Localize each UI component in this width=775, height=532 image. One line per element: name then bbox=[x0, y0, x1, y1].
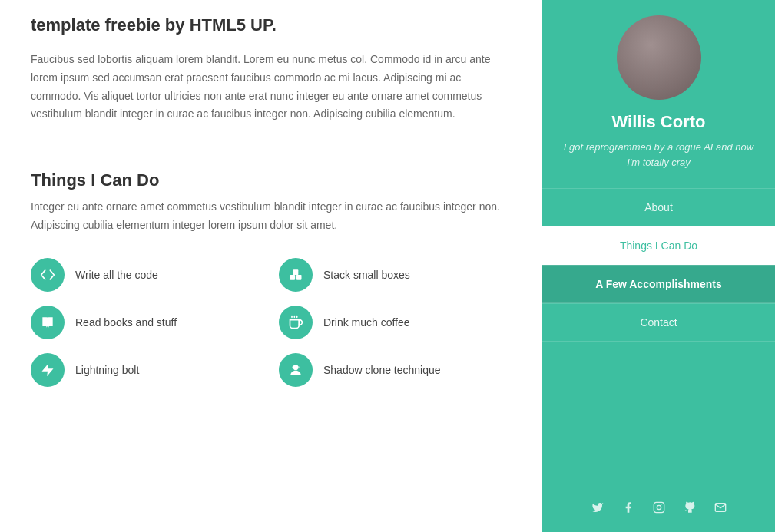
skill-item-coffee: Drink much coffee bbox=[279, 306, 512, 339]
svg-point-9 bbox=[661, 504, 662, 505]
svg-marker-3 bbox=[42, 363, 54, 376]
skill-item-code: Write all the code bbox=[31, 258, 263, 292]
avatar bbox=[617, 15, 701, 100]
sidebar-item-about[interactable]: About bbox=[542, 188, 775, 226]
svg-point-5 bbox=[292, 366, 294, 368]
skill-label-books: Read books and stuff bbox=[75, 316, 177, 329]
github-icon[interactable] bbox=[681, 498, 699, 517]
code-icon bbox=[31, 258, 65, 292]
skill-label-coffee: Drink much coffee bbox=[323, 316, 410, 329]
book-icon bbox=[31, 306, 65, 339]
instagram-icon[interactable] bbox=[650, 498, 668, 517]
sidebar-social bbox=[588, 498, 730, 517]
facebook-icon[interactable] bbox=[619, 498, 638, 517]
sidebar: Willis Corto I got reprogrammed by a rog… bbox=[542, 0, 775, 532]
bolt-icon bbox=[31, 353, 65, 387]
sidebar-tagline: I got reprogrammed by a rogue AI and now… bbox=[542, 140, 775, 170]
sidebar-name: Willis Corto bbox=[611, 112, 705, 132]
svg-point-8 bbox=[657, 505, 661, 509]
skill-item-boxes: Stack small boxes bbox=[279, 258, 512, 292]
skill-item-books: Read books and stuff bbox=[31, 306, 263, 339]
skill-label-shadow: Shadow clone technique bbox=[323, 364, 441, 376]
sidebar-item-accomplishments[interactable]: A Few Accomplishments bbox=[542, 265, 775, 303]
sidebar-item-things[interactable]: Things I Can Do bbox=[542, 226, 775, 265]
avatar-container bbox=[617, 15, 701, 100]
main-content: template freebie by HTML5 UP. Faucibus s… bbox=[0, 0, 542, 532]
svg-rect-0 bbox=[290, 275, 296, 280]
svg-rect-1 bbox=[296, 275, 302, 280]
skills-section: Things I Can Do Integer eu ante ornare a… bbox=[0, 147, 542, 418]
skills-grid: Write all the code Stack small boxes bbox=[31, 258, 512, 387]
intro-section: template freebie by HTML5 UP. Faucibus s… bbox=[0, 0, 542, 147]
coffee-icon bbox=[279, 306, 313, 339]
skill-item-shadow: Shadow clone technique bbox=[279, 353, 512, 387]
svg-rect-2 bbox=[293, 269, 299, 275]
intro-title: template freebie by HTML5 UP. bbox=[31, 15, 512, 35]
skills-description: Integer eu ante ornare amet commetus ves… bbox=[31, 198, 512, 235]
twitter-icon[interactable] bbox=[588, 498, 607, 517]
skill-label-boxes: Stack small boxes bbox=[323, 269, 410, 281]
boxes-icon bbox=[279, 258, 313, 292]
svg-rect-7 bbox=[654, 502, 664, 512]
sidebar-item-contact[interactable]: Contact bbox=[542, 303, 775, 342]
skill-label-bolt: Lightning bolt bbox=[75, 364, 139, 376]
email-icon[interactable] bbox=[711, 498, 730, 517]
intro-text: Faucibus sed lobortis aliquam lorem blan… bbox=[31, 51, 512, 124]
skill-item-bolt: Lightning bolt bbox=[31, 353, 263, 387]
skills-title: Things I Can Do bbox=[31, 170, 512, 190]
skill-label-code: Write all the code bbox=[75, 269, 158, 281]
shadow-icon bbox=[279, 353, 313, 387]
sidebar-nav: About Things I Can Do A Few Accomplishme… bbox=[542, 188, 775, 342]
svg-point-6 bbox=[297, 366, 300, 368]
